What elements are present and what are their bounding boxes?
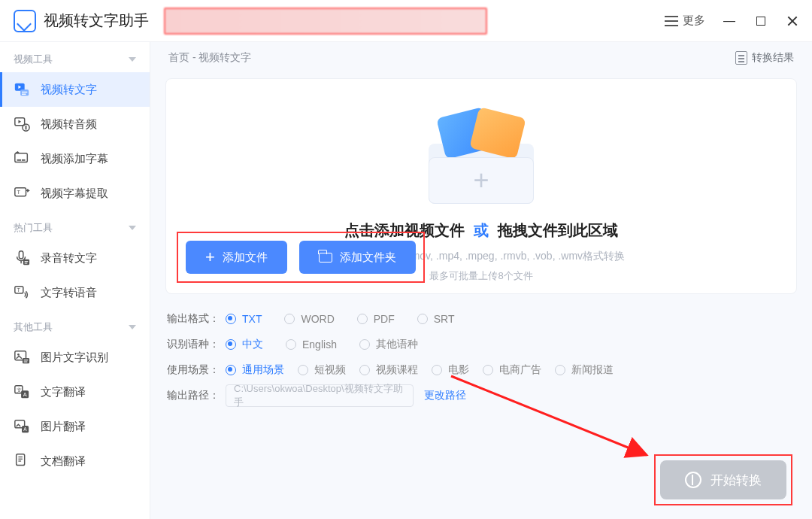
- sidebar-item-video-to-text[interactable]: 视频转文字: [0, 72, 150, 107]
- scene-radios: 通用场景短视频视频课程电影电商广告新闻报道: [226, 363, 614, 377]
- radio-label: 电商广告: [499, 363, 541, 377]
- radio-dot-icon: [359, 339, 370, 350]
- radio-option[interactable]: 短视频: [298, 363, 346, 377]
- sidebar-item-label: 视频添加字幕: [41, 152, 108, 166]
- sidebar-item-label: 录音转文字: [41, 251, 97, 266]
- sidebar-item-text-to-speech[interactable]: T 文字转语音: [0, 275, 150, 310]
- start-button-highlight: 开始转换: [654, 454, 792, 505]
- radio-option[interactable]: TXT: [226, 313, 262, 325]
- video-audio-icon: [14, 116, 30, 132]
- close-button[interactable]: [786, 15, 798, 27]
- sidebar-item-doc-translate[interactable]: 文档翻译: [0, 444, 150, 478]
- scene-label: 使用场景：: [167, 363, 226, 377]
- breadcrumb: 首页 - 视频转文字: [168, 51, 251, 65]
- sidebar-group-other[interactable]: 其他工具: [0, 310, 150, 340]
- output-format-radios: TXTWORDPDFSRT: [226, 313, 455, 325]
- svg-rect-25: [24, 362, 28, 363]
- breadcrumb-current: 视频转文字: [198, 51, 251, 63]
- svg-rect-11: [22, 159, 26, 161]
- more-button[interactable]: 更多: [665, 14, 705, 28]
- radio-option[interactable]: 视频课程: [359, 363, 418, 377]
- row-scene: 使用场景： 通用场景短视频视频课程电影电商广告新闻报道: [167, 357, 795, 383]
- sidebar-item-ocr[interactable]: 图片文字识别: [0, 340, 150, 375]
- minimize-button[interactable]: —: [723, 15, 735, 27]
- sidebar-item-video-add-subtitle[interactable]: 视频添加字幕: [0, 141, 150, 176]
- radio-label: 其他语种: [376, 338, 418, 351]
- upload-dropzone[interactable]: + 点击添加视频文件 或 拖拽文件到此区域 支持.avi, .mkv, .mov…: [165, 78, 797, 294]
- radio-option[interactable]: 电影: [432, 363, 469, 377]
- app-title: 视频转文字助手: [44, 11, 149, 31]
- document-icon: [735, 51, 747, 65]
- doc-translate-icon: [14, 453, 30, 469]
- plus-icon: +: [473, 165, 489, 196]
- svg-rect-24: [24, 360, 29, 360]
- sidebar-item-label: 图片翻译: [41, 420, 86, 434]
- radio-option[interactable]: SRT: [417, 313, 455, 325]
- language-radios: 中文English其他语种: [226, 338, 418, 351]
- radio-option[interactable]: English: [286, 338, 337, 351]
- svg-text:A: A: [23, 426, 27, 432]
- sidebar-group-label: 其他工具: [14, 320, 53, 334]
- radio-option[interactable]: 通用场景: [226, 363, 284, 377]
- svg-rect-3: [22, 92, 27, 93]
- radio-label: 中文: [242, 338, 263, 351]
- svg-marker-6: [18, 120, 21, 124]
- radio-dot-icon: [286, 339, 296, 350]
- add-file-button[interactable]: + 添加文件: [186, 241, 287, 274]
- svg-text:文: 文: [17, 387, 22, 393]
- sidebar-group-video[interactable]: 视频工具: [0, 42, 150, 72]
- mic-text-icon: [14, 250, 30, 266]
- svg-text:A: A: [23, 391, 27, 398]
- radio-label: 短视频: [314, 363, 346, 377]
- add-folder-label: 添加文件夹: [340, 250, 396, 265]
- radio-option[interactable]: 中文: [226, 338, 263, 351]
- radio-option[interactable]: 新闻报道: [555, 363, 614, 377]
- sidebar-item-label: 文档翻译: [41, 454, 86, 469]
- sidebar-item-audio-to-text[interactable]: 录音转文字: [0, 241, 150, 275]
- svg-rect-10: [17, 159, 21, 161]
- sidebar-group-hot[interactable]: 热门工具: [0, 211, 150, 241]
- radio-label: WORD: [301, 313, 334, 325]
- sidebar-item-label: 视频字幕提取: [41, 187, 108, 201]
- sidebar-item-text-translate[interactable]: 文A 文字翻译: [0, 375, 150, 409]
- add-folder-button[interactable]: 添加文件夹: [299, 241, 416, 274]
- sidebar-item-video-to-audio[interactable]: 视频转音频: [0, 107, 150, 141]
- sidebar-item-label: 文字转语音: [41, 286, 97, 300]
- chevron-down-icon: [129, 57, 136, 62]
- svg-rect-23: [23, 358, 29, 363]
- add-buttons-highlight: + 添加文件 添加文件夹: [177, 232, 425, 283]
- radio-option[interactable]: 其他语种: [359, 338, 418, 351]
- radio-dot-icon: [226, 365, 236, 375]
- radio-dot-icon: [226, 314, 236, 324]
- radio-option[interactable]: PDF: [357, 313, 395, 325]
- start-conversion-button[interactable]: 开始转换: [660, 460, 786, 499]
- svg-rect-14: [19, 251, 23, 259]
- radio-label: 电影: [448, 363, 469, 377]
- radio-label: English: [302, 338, 337, 351]
- sidebar-item-image-translate[interactable]: A 图片翻译: [0, 409, 150, 444]
- radio-option[interactable]: 电商广告: [483, 363, 541, 377]
- radio-dot-icon: [284, 314, 295, 324]
- output-path-label: 输出路径：: [167, 389, 226, 402]
- folder-icon: [319, 253, 332, 263]
- output-path-field[interactable]: C:\Users\okwoa\Desktop\视频转文字助手: [226, 384, 414, 407]
- change-path-link[interactable]: 更改路径: [424, 389, 466, 402]
- conversion-results-link[interactable]: 转换结果: [735, 51, 794, 65]
- image-translate-icon: A: [14, 418, 30, 435]
- radio-label: TXT: [242, 313, 262, 325]
- video-subtitle-icon: [14, 150, 30, 167]
- radio-label: 通用场景: [242, 363, 284, 377]
- svg-rect-8: [26, 126, 27, 130]
- maximize-button[interactable]: [755, 15, 767, 27]
- sidebar-item-subtitle-extract[interactable]: T 视频字幕提取: [0, 176, 150, 211]
- radio-option[interactable]: WORD: [284, 313, 334, 325]
- tts-icon: T: [14, 284, 30, 301]
- svg-text:T: T: [17, 287, 21, 293]
- radio-dot-icon: [298, 365, 308, 375]
- row-language: 识别语种： 中文English其他语种: [167, 332, 795, 357]
- breadcrumb-home[interactable]: 首页: [168, 51, 189, 63]
- radio-dot-icon: [555, 365, 565, 375]
- radio-dot-icon: [432, 365, 442, 375]
- sidebar-item-label: 视频转文字: [41, 83, 97, 97]
- window-controls: —: [723, 15, 798, 27]
